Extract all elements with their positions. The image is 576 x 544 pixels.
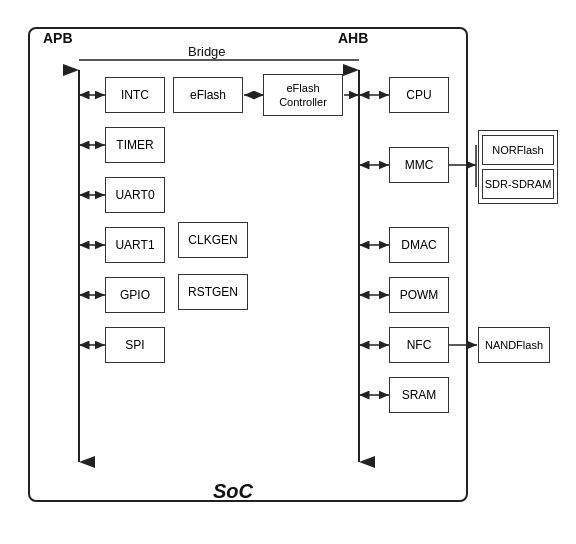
box-uart1: UART1	[105, 227, 165, 263]
bridge-label: Bridge	[188, 44, 226, 59]
ext-memory-group: NORFlash SDR-SDRAM	[478, 130, 558, 204]
box-eflash: eFlash	[173, 77, 243, 113]
box-intc: INTC	[105, 77, 165, 113]
soc-label: SoC	[213, 480, 253, 503]
box-gpio: GPIO	[105, 277, 165, 313]
box-timer: TIMER	[105, 127, 165, 163]
ahb-label: AHB	[338, 30, 368, 46]
box-rstgen: RSTGEN	[178, 274, 248, 310]
box-sdr-sdram: SDR-SDRAM	[482, 169, 554, 199]
apb-label: APB	[43, 30, 73, 46]
box-uart0: UART0	[105, 177, 165, 213]
box-powm: POWM	[389, 277, 449, 313]
box-dmac: DMAC	[389, 227, 449, 263]
box-sram: SRAM	[389, 377, 449, 413]
diagram-container: APB AHB Bridge SoC	[18, 12, 558, 532]
box-spi: SPI	[105, 327, 165, 363]
box-nandflash: NANDFlash	[478, 327, 550, 363]
box-nfc: NFC	[389, 327, 449, 363]
box-clkgen: CLKGEN	[178, 222, 248, 258]
box-mmc: MMC	[389, 147, 449, 183]
box-norflash: NORFlash	[482, 135, 554, 165]
box-eflash-controller: eFlash Controller	[263, 74, 343, 116]
box-cpu: CPU	[389, 77, 449, 113]
